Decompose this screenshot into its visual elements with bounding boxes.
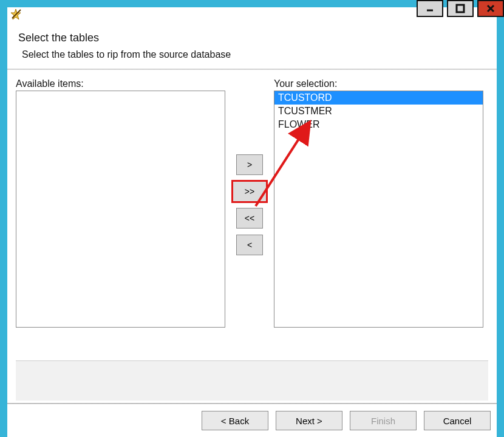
remove-button[interactable]: < xyxy=(236,235,263,255)
available-column: Available items: xyxy=(16,78,225,328)
selection-column: Your selection: TCUSTORDTCUSTMERFLOWER xyxy=(274,78,483,328)
maximize-button[interactable] xyxy=(447,0,474,17)
finish-button[interactable]: Finish xyxy=(350,411,417,430)
dialog-window: Select the tables Select the tables to r… xyxy=(0,0,504,437)
dual-list-picker: Available items: > >> << < Your selectio… xyxy=(16,78,488,331)
svg-rect-3 xyxy=(457,5,464,12)
back-button[interactable]: < Back xyxy=(202,411,268,430)
list-item[interactable]: FLOWER xyxy=(274,118,483,131)
list-item[interactable]: TCUSTORD xyxy=(274,91,483,105)
available-label: Available items: xyxy=(16,78,225,89)
selection-listbox[interactable]: TCUSTORDTCUSTMERFLOWER xyxy=(274,91,483,328)
window-controls xyxy=(417,0,504,17)
footer-pad xyxy=(16,360,488,401)
wizard-nav: < Back Next > Finish Cancel xyxy=(7,404,497,437)
add-button[interactable]: > xyxy=(236,154,263,175)
minimize-button[interactable] xyxy=(417,0,443,17)
selection-label: Your selection: xyxy=(274,78,483,89)
add-all-button[interactable]: >> xyxy=(233,181,267,202)
cancel-button[interactable]: Cancel xyxy=(424,411,491,430)
close-button[interactable] xyxy=(477,0,504,17)
next-button[interactable]: Next > xyxy=(276,411,342,430)
page-title: Select the tables xyxy=(18,32,486,44)
available-listbox[interactable] xyxy=(16,91,225,328)
wizard-header: Select the tables Select the tables to r… xyxy=(7,26,497,64)
wizard-body: Available items: > >> << < Your selectio… xyxy=(7,70,497,403)
list-item[interactable]: TCUSTMER xyxy=(274,105,483,118)
wizard-icon xyxy=(10,9,22,21)
page-subtitle: Select the tables to rip from the source… xyxy=(22,49,486,60)
move-buttons-column: > >> << < xyxy=(225,78,274,331)
remove-all-button[interactable]: << xyxy=(236,208,263,229)
titlebar xyxy=(7,7,497,26)
body-spacer xyxy=(16,331,488,360)
